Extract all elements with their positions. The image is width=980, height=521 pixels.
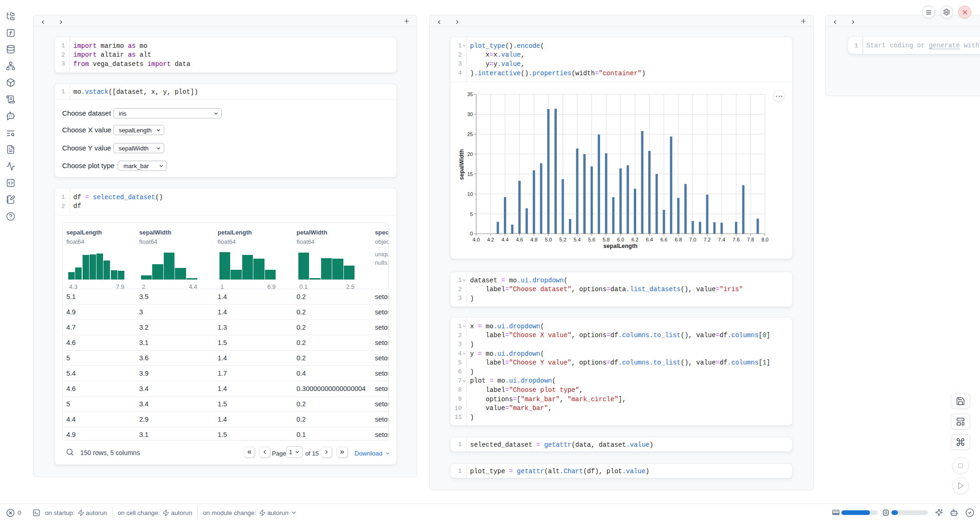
svg-text:5.6: 5.6 [588, 237, 595, 242]
svg-text:7.8: 7.8 [747, 237, 754, 242]
svg-text:6.6: 6.6 [660, 237, 667, 242]
svg-text:6.4: 6.4 [646, 237, 653, 242]
svg-text:20: 20 [467, 151, 473, 157]
svg-text:5: 5 [470, 211, 473, 217]
svg-text:5.0: 5.0 [545, 237, 552, 242]
svg-text:4.8: 4.8 [530, 237, 537, 242]
svg-text:6.2: 6.2 [632, 237, 638, 242]
svg-text:15: 15 [467, 171, 473, 177]
svg-text:25: 25 [467, 131, 473, 137]
svg-text:5.8: 5.8 [603, 237, 610, 242]
svg-text:4.6: 4.6 [516, 237, 523, 242]
svg-text:sepalLength: sepalLength [603, 243, 638, 249]
svg-text:10: 10 [467, 191, 473, 197]
svg-text:7.4: 7.4 [718, 237, 725, 242]
svg-text:sepalWidth: sepalWidth [458, 149, 465, 180]
svg-text:4.2: 4.2 [487, 237, 494, 242]
svg-text:4.0: 4.0 [473, 237, 480, 242]
svg-text:5.4: 5.4 [574, 237, 580, 242]
svg-text:8.0: 8.0 [761, 237, 768, 242]
svg-text:0: 0 [470, 231, 473, 236]
svg-text:4.4: 4.4 [502, 237, 509, 242]
svg-text:35: 35 [467, 91, 473, 97]
svg-text:5.2: 5.2 [559, 237, 566, 242]
svg-text:6.8: 6.8 [675, 237, 682, 242]
svg-text:6.0: 6.0 [617, 237, 624, 242]
svg-text:7.2: 7.2 [703, 237, 710, 242]
svg-text:30: 30 [467, 111, 473, 117]
svg-text:7.6: 7.6 [733, 237, 740, 242]
svg-text:7.0: 7.0 [689, 237, 696, 242]
